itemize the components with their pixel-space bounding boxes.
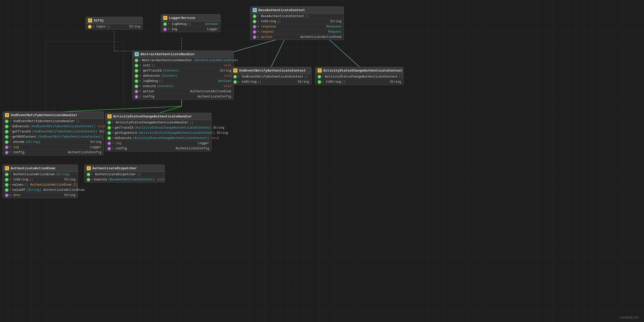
row-icon-vodEventHandler-6: p [5, 151, 9, 154]
row-authenticateActionEnum-3: m + valueOf (String) AuthenticateActionE… [3, 187, 78, 193]
row-vis-authenticateActionEnum-3: + [10, 188, 11, 191]
svg-line-8 [327, 38, 359, 67]
row-vis-abstractHandler-0: + [139, 59, 141, 62]
row-icon-authenticateDispatcher-1: m [87, 178, 90, 181]
row-vodEventHandler-4: m + encode (String) String [3, 139, 104, 145]
card-activityContext: ≡ ActivityStatusChangeAuthenticateContex… [315, 67, 403, 85]
row-param-abstractHandler-5: (Context) [157, 85, 174, 88]
row-activityHandler-4: p ? log Logger [105, 141, 211, 146]
row-slf4j-0: m # topic() String [86, 24, 142, 29]
card-vodEventContext: ≡ VodEventNotifyAuthenticateContext m + … [231, 67, 311, 85]
row-vis-vodEventHandler-3: + [10, 135, 11, 138]
row-vis-abstractHandler-3: + [139, 74, 142, 77]
row-icon-abstractHandler-1: m [135, 64, 138, 67]
row-icon-vodEventContext-0: m [233, 75, 237, 79]
row-paren-activityContext-1: () [342, 80, 346, 84]
row-name-activityContext-0: ActivityStatusChangeAuthenticateContext [325, 75, 398, 79]
row-name-loggerService-0: logDebug [172, 22, 187, 26]
row-type-loggerService-0: boolean [205, 22, 218, 26]
row-activityContext-0: m + ActivityStatusChangeAuthenticateCont… [316, 74, 403, 79]
row-vis-abstractHandler-1: + [139, 64, 142, 67]
row-paren-authenticateActionEnum-2: () [24, 183, 28, 187]
row-type-authenticateActionEnum-3: AuthenticateActionEnum [43, 188, 84, 192]
card-icon-vodEventContext: ≡ [233, 68, 237, 73]
row-name-vodEventContext-0: VodEventNotifyAuthenticateContext [242, 75, 303, 79]
row-abstractHandler-2: m + getTraceId (Context) String [133, 68, 233, 73]
row-vis-baseAuthContext-0: + [257, 15, 260, 18]
row-type-activityHandler-5: AuthenticateConfig [175, 147, 209, 150]
row-name-vodEventContext-1: toString [242, 80, 257, 84]
row-paren-authenticateActionEnum-1: () [29, 178, 33, 181]
card-icon-baseAuthContext: ● [253, 8, 257, 12]
row-icon-authenticateActionEnum-2: m [5, 183, 9, 187]
row-authenticateActionEnum-2: m + values() AuthenticateActionEnum [] [3, 182, 78, 187]
row-vodEventHandler-6: p ? config AuthenticateConfig [3, 150, 104, 155]
row-vis-abstractHandler-6: ? [139, 90, 142, 93]
row-name-authenticateActionEnum-4: desc [13, 193, 21, 197]
card-loggerService: ≡ LoggerService m + logDebug() boolean p… [161, 14, 221, 32]
row-name-abstractHandler-1: init [143, 64, 150, 67]
svg-line-14 [158, 106, 182, 113]
row-param-authenticateDispatcher-1: (BaseAuthenticateContext) [108, 178, 155, 181]
row-vis-activityContext-0: + [322, 75, 324, 78]
row-icon-abstractHandler-5: m [135, 85, 138, 88]
row-name-vodEventHandler-4: encode [13, 140, 24, 144]
card-header-baseAuthContext: ● BaseAuthenticateContext [251, 7, 344, 14]
row-name-vodEventHandler-3: getMd5Content [12, 135, 37, 139]
row-vis-vodEventHandler-6: ? [10, 151, 12, 154]
row-name-baseAuthContext-0: BaseAuthenticateContext [261, 15, 304, 18]
row-baseAuthContext-4: p # action AuthenticateActionEnum [251, 34, 344, 40]
card-icon-abstractHandler: ● [135, 52, 139, 56]
card-title-abstractHandler: AbstractAuthenticateHandler [140, 52, 195, 56]
row-type-vodEventHandler-1: void [98, 125, 105, 128]
card-baseAuthContext: ● BaseAuthenticateContext m + BaseAuthen… [250, 6, 344, 40]
row-type-authenticateActionEnum-2: AuthenticateActionEnum [] [30, 183, 77, 187]
row-name-vodEventHandler-6: config [13, 151, 24, 154]
card-header-authenticateActionEnum: ≡ AuthenticateActionEnum [3, 165, 78, 172]
row-icon-baseAuthContext-4: p [253, 35, 256, 39]
row-icon-baseAuthContext-1: m [253, 20, 256, 23]
row-type-abstractHandler-3: void [224, 74, 231, 78]
row-icon-activityContext-1: m [318, 80, 321, 84]
row-vis-vodEventHandler-1: + [10, 125, 11, 128]
row-type-authenticateActionEnum-1: String [64, 178, 76, 181]
row-vis-vodEventContext-0: + [238, 75, 241, 78]
row-vis-baseAuthContext-4: # [257, 36, 260, 39]
row-icon-vodEventHandler-4: m [5, 140, 9, 144]
row-icon-loggerService-1: p [163, 27, 167, 31]
row-param-abstractHandler-3: (Context) [161, 74, 178, 78]
row-baseAuthContext-0: m + BaseAuthenticateContext() [251, 14, 344, 19]
row-vis-activityHandler-0: + [112, 121, 115, 124]
row-activityHandler-5: p ? config AuthenticateConfig [105, 146, 211, 151]
card-title-activityContext: ActivityStatusChangeAuthenticateContext [323, 69, 402, 73]
row-name-activityHandler-3: doExecute [115, 136, 132, 140]
row-name-baseAuthContext-2: response [261, 25, 276, 29]
row-type-baseAuthContext-3: Request [328, 30, 341, 34]
row-vodEventHandler-2: m + getTraceId (VodEventNotifyAuthentica… [3, 129, 104, 134]
row-vis-activityHandler-2: + [112, 131, 114, 134]
row-paren-vodEventContext-0: () [304, 75, 308, 79]
row-vis-baseAuthContext-2: # [257, 25, 260, 28]
row-vis-slf4j-0: # [93, 25, 95, 28]
row-param-authenticateActionEnum-0: (String) [55, 173, 70, 176]
row-vodEventHandler-1: m + doExecute (VodEventNotifyAuthenticat… [3, 124, 104, 129]
row-baseAuthContext-2: p # response Response [251, 24, 344, 29]
row-icon-vodEventHandler-1: m [5, 125, 9, 128]
row-name-authenticateDispatcher-0: AuthenticateDispatcher [95, 173, 136, 176]
row-name-vodEventHandler-0: VodEventNotifyAuthenticateHandler [13, 120, 75, 123]
row-name-abstractHandler-5: execute [143, 85, 156, 88]
row-name-vodEventHandler-2: getTraceId [12, 130, 31, 134]
row-type-abstractHandler-7: AuthenticateConfig [197, 95, 231, 99]
row-paren-baseAuthContext-1: () [277, 20, 281, 23]
card-activityHandler: ≡ ActivityStatusChangeAuthenticateHandle… [105, 113, 211, 151]
row-name-abstractHandler-4: logDebug [143, 79, 158, 83]
row-paren-vodEventContext-1: () [258, 80, 261, 84]
row-type-authenticateDispatcher-1: void [157, 178, 164, 181]
row-type-abstractHandler-4: boolean [218, 79, 231, 83]
row-abstractHandler-6: p ? action AuthenticateActionEnum [133, 89, 233, 94]
row-type-baseAuthContext-1: String [330, 20, 341, 23]
row-abstractHandler-1: m + init() void [133, 63, 233, 68]
row-name-authenticateDispatcher-1: execute [94, 178, 107, 181]
row-vis-activityContext-1: + [322, 81, 325, 83]
card-header-vodEventContext: ≡ VodEventNotifyAuthenticateContext [231, 67, 311, 74]
